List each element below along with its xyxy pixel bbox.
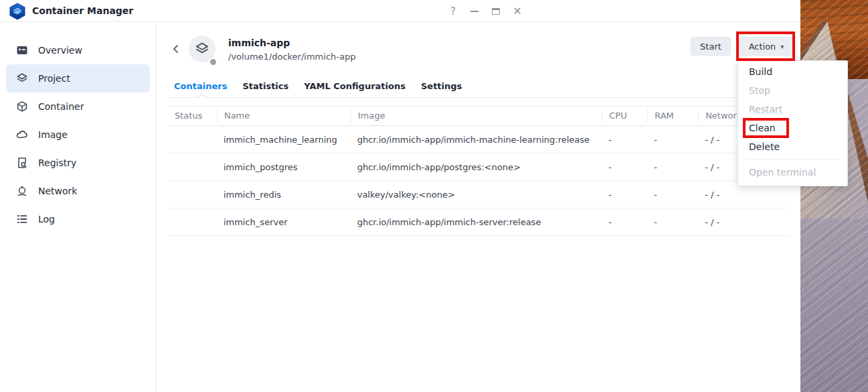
container-image: valkey/valkey:<none> [351, 190, 602, 200]
sidebar-item-label: Project [38, 73, 70, 84]
app-title: Container Manager [32, 0, 133, 22]
sidebar: Overview Project Container Image [0, 23, 157, 392]
container-name: immich_redis [217, 190, 351, 200]
container-name: immich_server [217, 217, 351, 227]
active-tab-notch [197, 93, 207, 103]
container-ram: - [647, 162, 698, 172]
tab-yaml-configurations[interactable]: YAML Configurations [304, 81, 406, 91]
container-name: immich_machine_learning [217, 135, 351, 145]
container-icon [16, 101, 28, 113]
maximize-icon[interactable] [490, 5, 502, 17]
container-cpu: - [602, 162, 647, 172]
column-header-image[interactable]: Image [351, 109, 602, 123]
back-icon[interactable] [171, 44, 181, 54]
project-path: /volume1/docker/immich-app [228, 52, 355, 62]
desktop-wallpaper [800, 0, 868, 392]
sidebar-item-project[interactable]: Project [6, 64, 150, 92]
image-icon [16, 129, 28, 141]
sidebar-item-overview[interactable]: Overview [6, 36, 150, 64]
tab-containers[interactable]: Containers [174, 81, 227, 91]
sidebar-item-log[interactable]: Log [6, 205, 150, 233]
container-image: ghcr.io/immich-app/postgres:<none> [351, 162, 602, 172]
project-status-dot [209, 58, 218, 66]
container-cpu: - [602, 217, 647, 227]
column-header-ram[interactable]: RAM [647, 109, 698, 123]
menu-item-stop: Stop [738, 81, 847, 100]
start-button[interactable]: Start [691, 37, 731, 56]
container-cpu: - [602, 190, 647, 200]
table-header: Status Name Image CPU RAM Network [168, 106, 790, 126]
container-ram: - [647, 135, 698, 145]
container-manager-app-icon [9, 3, 26, 20]
container-name: immich_postgres [217, 162, 351, 172]
containers-table: Status Name Image CPU RAM Network immich… [168, 106, 790, 236]
sidebar-item-label: Overview [38, 45, 82, 56]
container-ram: - [647, 190, 698, 200]
column-header-cpu[interactable]: CPU [602, 109, 647, 123]
sidebar-item-label: Image [38, 129, 68, 140]
project-name: immich-app [228, 38, 290, 48]
log-icon [16, 213, 28, 225]
container-image: ghcr.io/immich-app/immich-machine-learni… [351, 135, 602, 145]
sidebar-item-label: Log [38, 214, 55, 224]
sidebar-item-network[interactable]: Network [6, 177, 150, 205]
sidebar-item-image[interactable]: Image [6, 121, 150, 149]
container-cpu: - [602, 135, 647, 145]
container-image: ghcr.io/immich-app/immich-server:release [351, 217, 602, 227]
tab-bar: Containers Statistics YAML Configuration… [168, 75, 790, 98]
sidebar-item-container[interactable]: Container [6, 92, 150, 121]
table-row[interactable]: immich_server ghcr.io/immich-app/immich-… [168, 208, 790, 236]
menu-item-restart: Restart [738, 100, 847, 119]
sidebar-item-registry[interactable]: Registry [6, 149, 150, 177]
table-row[interactable]: immich_postgres ghcr.io/immich-app/postg… [168, 153, 790, 181]
menu-separator [746, 159, 841, 159]
titlebar: Container Manager ? ✕ [0, 0, 800, 22]
menu-item-open-terminal: Open terminal [738, 163, 847, 182]
minimize-icon[interactable] [468, 5, 481, 17]
container-ram: - [647, 217, 698, 227]
tab-settings[interactable]: Settings [421, 81, 462, 91]
table-row[interactable]: immich_machine_learning ghcr.io/immich-a… [168, 126, 790, 153]
project-icon [16, 72, 28, 84]
column-header-status[interactable]: Status [168, 109, 217, 123]
overview-icon [16, 44, 28, 56]
network-icon [16, 185, 28, 197]
menu-item-clean[interactable]: Clean [738, 119, 847, 137]
container-manager-window: Container Manager ? ✕ Overview Project [0, 0, 800, 392]
project-layers-icon [195, 42, 209, 56]
sidebar-item-label: Container [38, 101, 84, 112]
action-dropdown-menu: Build Stop Restart Clean Delete Open ter… [737, 60, 848, 186]
action-button[interactable]: Action ▾ [739, 37, 794, 56]
container-network: - / - [698, 190, 790, 200]
chevron-down-icon: ▾ [780, 43, 784, 50]
close-icon[interactable]: ✕ [511, 5, 523, 17]
table-row[interactable]: immich_redis valkey/valkey:<none> - - - … [168, 181, 790, 208]
sidebar-item-label: Network [38, 186, 77, 196]
help-icon[interactable]: ? [447, 5, 459, 17]
menu-item-delete[interactable]: Delete [738, 137, 847, 156]
container-network: - / - [698, 217, 790, 227]
sidebar-item-label: Registry [38, 157, 76, 168]
menu-item-build[interactable]: Build [738, 62, 847, 81]
column-header-name[interactable]: Name [217, 109, 351, 123]
registry-icon [16, 157, 28, 169]
main-content: immich-app /volume1/docker/immich-app St… [157, 22, 800, 392]
tab-statistics[interactable]: Statistics [242, 81, 288, 91]
